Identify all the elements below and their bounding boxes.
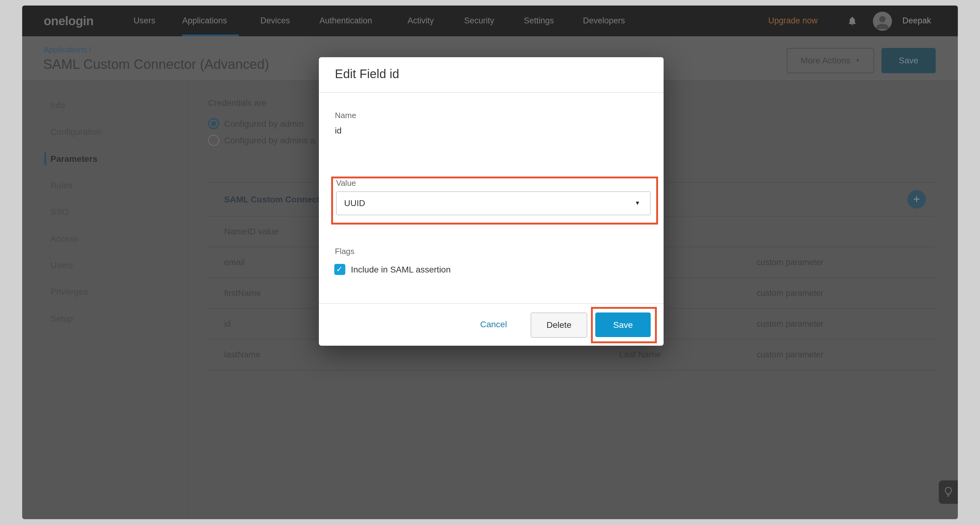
edit-field-modal: Edit Field id Name id Value UUID ▼ Flags… [319,57,663,346]
nav-item-developers[interactable]: Developers [583,6,625,36]
add-parameter-button[interactable]: + [907,190,926,209]
row-note: custom parameter [757,309,824,339]
sidebar-item-info[interactable]: Info [51,99,65,111]
modal-save-button[interactable]: Save [595,312,651,337]
more-actions-button[interactable]: More Actions▼ [787,48,874,73]
radio-label-admins[interactable]: Configured by admins a [224,134,315,146]
onelogin-logo[interactable]: onelogin [44,6,94,36]
sidebar-item-access[interactable]: Access [51,233,78,245]
chevron-down-icon: ▼ [635,192,640,215]
radio-configured-by-admin[interactable] [208,118,219,129]
flags-label: Flags [335,247,355,256]
nav-item-devices[interactable]: Devices [260,6,290,36]
sidebar-item-sso[interactable]: SSO [51,205,68,218]
nav-item-applications[interactable]: Applications [182,6,227,36]
sidebar-item-rules[interactable]: Rules [51,179,73,191]
page-title: SAML Custom Connector (Advanced) [43,57,269,73]
delete-button[interactable]: Delete [531,312,587,338]
value-selected-option: UUID [344,192,365,215]
screen: onelogin Users Applications Devices Auth… [0,0,980,525]
nav-item-activity[interactable]: Activity [407,6,434,36]
nav-item-settings[interactable]: Settings [524,6,554,36]
sidebar-item-parameters[interactable]: Parameters [51,152,97,165]
sidebar-item-users[interactable]: Users [51,259,73,271]
user-name[interactable]: Deepak [902,6,931,36]
modal-title: Edit Field id [335,67,399,81]
breadcrumb[interactable]: Applications / [44,45,91,54]
chevron-down-icon: ▼ [855,49,860,73]
sidebar-divider [188,80,188,519]
modal-footer-divider [319,303,663,304]
user-avatar[interactable] [873,11,892,30]
row-note: custom parameter [757,278,824,308]
person-icon [873,11,892,30]
header-save-button[interactable]: Save [881,48,935,73]
active-sidebar-bar [45,152,46,165]
help-button[interactable] [939,481,958,504]
radio-label-admin[interactable]: Configured by admin [224,117,304,130]
radio-configured-by-admins-and[interactable] [208,135,219,146]
nav-item-authentication[interactable]: Authentication [320,6,372,36]
value-select[interactable]: UUID ▼ [336,191,651,215]
include-saml-checkbox[interactable] [334,264,345,275]
nav-item-users[interactable]: Users [134,6,156,36]
lightbulb-icon [943,486,953,498]
top-nav-bar: onelogin Users Applications Devices Auth… [22,6,958,36]
sidebar-item-configuration[interactable]: Configuration [51,125,102,138]
sidebar-item-setup[interactable]: Setup [51,312,73,325]
cancel-button[interactable]: Cancel [480,319,507,329]
active-nav-underline [182,34,239,36]
include-saml-label[interactable]: Include in SAML assertion [351,265,450,275]
more-actions-label: More Actions [800,56,850,65]
upgrade-now-link[interactable]: Upgrade now [768,6,818,36]
name-value: id [335,125,342,135]
row-note: custom parameter [757,247,824,278]
sidebar-item-privileges[interactable]: Privileges [51,285,88,298]
credentials-label: Credentials are [208,97,267,109]
modal-header-divider [319,92,663,93]
value-label: Value [336,178,356,188]
notification-bell-icon[interactable] [847,15,858,27]
name-label: Name [335,111,356,120]
nav-item-security[interactable]: Security [464,6,494,36]
row-note: custom parameter [757,339,824,370]
